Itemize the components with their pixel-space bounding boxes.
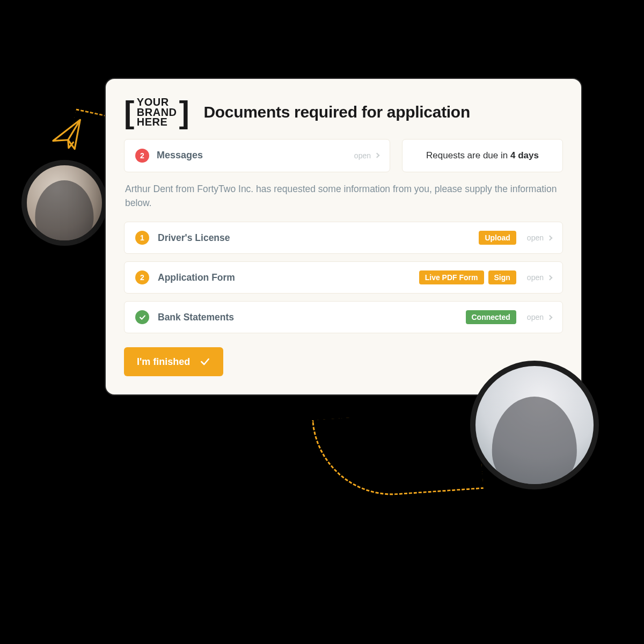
page-title: Documents required for application [203,103,470,121]
request-row[interactable]: 1Driver's LicenseUploadopen [124,222,563,254]
request-open-link[interactable]: open [527,273,552,282]
request-list: 1Driver's LicenseUploadopen2Application … [124,222,563,333]
chevron-right-icon [547,275,553,280]
messages-label: Messages [157,150,354,161]
due-prefix: Requests are due in [426,150,510,160]
messages-count-badge: 2 [135,149,149,163]
request-tags: Live PDF FormSign [419,270,516,284]
paper-plane-icon [47,115,90,160]
logo-line1: YOUR [137,97,177,107]
dashed-arc-bottom [312,408,484,500]
messages-card[interactable]: 2 Messages open [124,139,390,172]
tag-sign[interactable]: Sign [488,270,516,284]
due-days: 4 days [510,150,539,160]
request-number-badge: 2 [135,270,149,284]
tag-live-pdf-form[interactable]: Live PDF Form [419,270,484,284]
request-label: Bank Statements [158,312,466,323]
finish-label: I'm finished [137,356,190,368]
request-panel: [ YOUR BRAND HERE ] Documents required f… [105,78,582,396]
status-check-icon [135,310,149,324]
request-tags: Connected [466,310,516,324]
logo-line3: HERE [137,117,177,127]
check-icon [200,356,210,367]
request-open-link[interactable]: open [527,313,552,321]
request-row[interactable]: Bank StatementsConnectedopen [124,301,563,333]
messages-open-link[interactable]: open [354,151,379,160]
im-finished-button[interactable]: I'm finished [124,347,223,376]
request-tags: Upload [479,231,516,245]
due-card: Requests are due in 4 days [402,139,563,172]
request-open-link[interactable]: open [527,233,552,242]
avatar-recipient [470,361,599,489]
request-number-badge: 1 [135,231,149,245]
request-label: Driver's License [158,232,479,244]
chevron-right-icon [547,314,553,320]
chevron-right-icon [375,153,380,158]
brand-logo: [ YOUR BRAND HERE ] [124,97,189,127]
tag-connected[interactable]: Connected [466,310,516,324]
avatar-requester [21,160,107,246]
tag-upload[interactable]: Upload [479,231,516,245]
request-row[interactable]: 2Application FormLive PDF FormSignopen [124,261,563,294]
request-label: Application Form [158,272,419,283]
request-description: Arthur Dent from FortyTwo Inc. has reque… [125,182,562,210]
chevron-right-icon [547,235,553,240]
